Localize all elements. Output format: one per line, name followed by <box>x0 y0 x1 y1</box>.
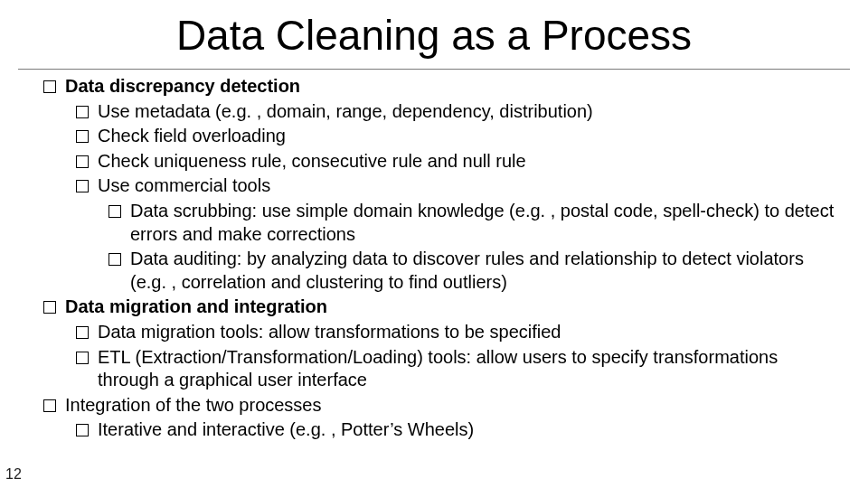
list-item-text: Data migration tools: allow transformati… <box>98 321 841 344</box>
list-item: Check field overloading <box>76 125 841 148</box>
square-bullet-icon <box>43 301 56 314</box>
slide-body: Data discrepancy detection Use metadata … <box>0 70 868 442</box>
list-item-text: ETL (Extraction/Transformation/Loading) … <box>98 346 841 392</box>
list-item: Data auditing: by analyzing data to disc… <box>108 248 841 294</box>
list-item: Data scrubbing: use simple domain knowle… <box>108 200 841 246</box>
square-bullet-icon <box>76 106 89 118</box>
square-bullet-icon <box>76 155 89 168</box>
square-bullet-icon <box>76 180 89 192</box>
list-item-text: Use metadata (e.g. , domain, range, depe… <box>98 100 841 124</box>
list-item-text: Integration of the two processes <box>65 394 841 418</box>
list-item-text: Data scrubbing: use simple domain knowle… <box>130 200 841 246</box>
square-bullet-icon <box>108 253 121 266</box>
list-item: Use metadata (e.g. , domain, range, depe… <box>76 100 841 124</box>
list-item: Iterative and interactive (e.g. , Potter… <box>76 418 841 442</box>
square-bullet-icon <box>76 130 89 143</box>
list-item: Use commercial tools <box>76 174 841 198</box>
list-item-text: Data auditing: by analyzing data to disc… <box>130 248 841 294</box>
list-item-text: Iterative and interactive (e.g. , Potter… <box>98 418 841 442</box>
list-item: Data migration tools: allow transformati… <box>76 321 841 344</box>
list-item-text: Use commercial tools <box>98 174 841 198</box>
square-bullet-icon <box>76 352 89 364</box>
square-bullet-icon <box>43 399 56 412</box>
square-bullet-icon <box>108 205 121 218</box>
page-number: 12 <box>5 466 22 483</box>
list-item-text: Check uniqueness rule, consecutive rule … <box>98 150 841 174</box>
list-item: Data discrepancy detection <box>43 75 841 99</box>
list-item: Integration of the two processes <box>43 394 841 418</box>
slide-title: Data Cleaning as a Process <box>0 0 868 69</box>
slide: Data Cleaning as a Process Data discrepa… <box>0 0 868 488</box>
list-item-text: Data discrepancy detection <box>65 75 841 99</box>
square-bullet-icon <box>43 80 56 93</box>
list-item: Data migration and integration <box>43 296 841 319</box>
list-item: ETL (Extraction/Transformation/Loading) … <box>76 346 841 392</box>
square-bullet-icon <box>76 326 89 339</box>
square-bullet-icon <box>76 424 89 436</box>
list-item-text: Data migration and integration <box>65 296 841 319</box>
list-item-text: Check field overloading <box>98 125 841 148</box>
list-item: Check uniqueness rule, consecutive rule … <box>76 150 841 174</box>
